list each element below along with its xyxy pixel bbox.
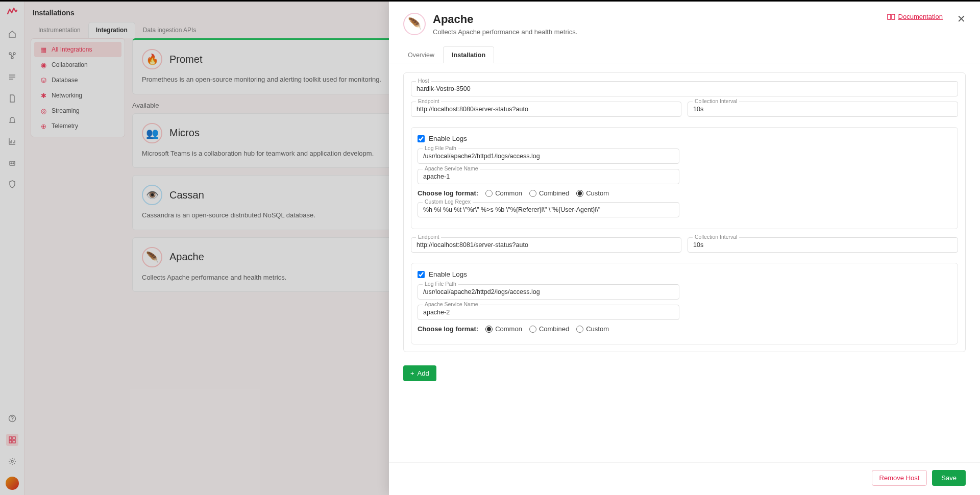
radio-combined-1[interactable]: Combined <box>529 189 569 197</box>
modal-title: Apache <box>433 13 880 26</box>
close-icon[interactable]: ✕ <box>957 13 966 25</box>
add-button[interactable]: + Add <box>403 365 436 381</box>
service-field-1: Apache Service Name <box>418 169 679 184</box>
radio-common-1[interactable]: Common <box>485 189 522 197</box>
documentation-link[interactable]: Documentation <box>887 13 943 20</box>
enable-logs-checkbox-2[interactable] <box>418 271 425 278</box>
modal-overlay: 🪶 Apache Collects Apache performance and… <box>0 2 980 495</box>
logfile-field-2: Log File Path <box>418 284 679 300</box>
book-icon <box>887 13 895 20</box>
modal-apache-icon: 🪶 <box>403 13 426 35</box>
endpoint-input-1[interactable] <box>411 102 681 117</box>
radio-custom-1[interactable]: Custom <box>576 189 609 197</box>
service-field-2: Apache Service Name <box>418 305 679 320</box>
endpoint-field-1: Endpoint <box>411 102 681 117</box>
radio-common-2[interactable]: Common <box>485 325 522 333</box>
enable-logs-1[interactable]: Enable Logs <box>418 135 951 142</box>
regex-field-1: Custom Log Regex <box>418 202 679 217</box>
remove-host-button[interactable]: Remove Host <box>872 470 927 486</box>
mtab-installation[interactable]: Installation <box>443 46 494 63</box>
interval-field-1: Collection Interval <box>688 102 958 117</box>
logformat-label-2: Choose log format: <box>418 325 478 333</box>
host-config: Host Endpoint Collection Interval <box>403 72 966 352</box>
modal-panel: 🪶 Apache Collects Apache performance and… <box>389 2 980 495</box>
modal-tabs: Overview Installation <box>389 46 980 63</box>
mtab-overview[interactable]: Overview <box>399 46 443 63</box>
logfile-field-1: Log File Path <box>418 148 679 164</box>
plus-icon: + <box>410 369 414 377</box>
logs-box-2: Enable Logs Log File Path Apache Service… <box>411 263 958 344</box>
save-button[interactable]: Save <box>932 470 966 486</box>
enable-logs-2[interactable]: Enable Logs <box>418 270 951 278</box>
logs-box-1: Enable Logs Log File Path Apache Service… <box>411 127 958 229</box>
host-input[interactable] <box>411 81 958 96</box>
endpoint-input-2[interactable] <box>411 237 681 253</box>
host-field: Host <box>411 81 958 96</box>
endpoint-field-2: Endpoint <box>411 237 681 253</box>
radio-combined-2[interactable]: Combined <box>529 325 569 333</box>
modal-subtitle: Collects Apache performance and health m… <box>433 28 880 36</box>
interval-field-2: Collection Interval <box>688 237 958 253</box>
radio-custom-2[interactable]: Custom <box>576 325 609 333</box>
enable-logs-checkbox-1[interactable] <box>418 135 425 142</box>
logformat-label-1: Choose log format: <box>418 189 478 197</box>
